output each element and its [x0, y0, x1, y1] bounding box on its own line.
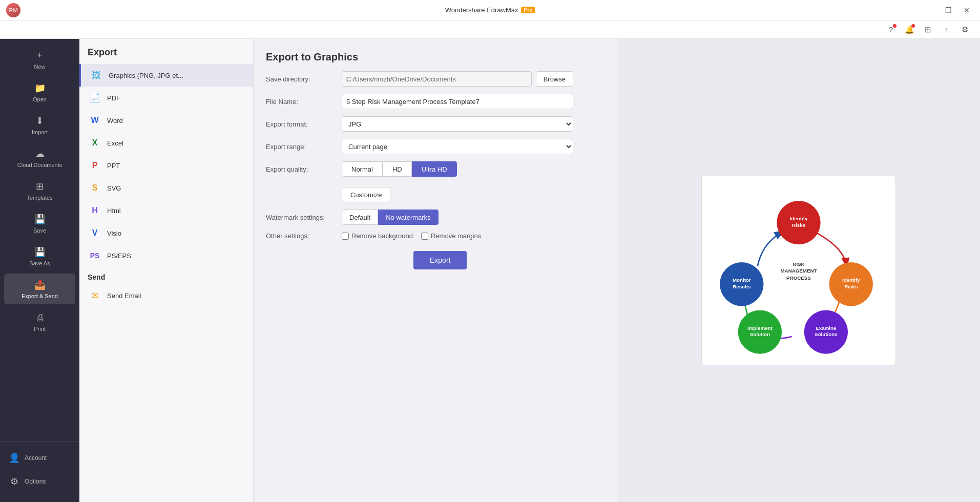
export-label-html: Html	[107, 207, 121, 215]
remove-background-label[interactable]: Remove background	[342, 232, 413, 240]
preview-area: RISK MANAGEMENT PROCESS	[617, 39, 980, 502]
other-settings-label: Other settings:	[266, 232, 338, 240]
browse-button[interactable]: Browse	[536, 71, 573, 87]
export-item-sendemail[interactable]: ✉ Send Email	[79, 284, 253, 307]
file-name-input[interactable]	[342, 94, 573, 109]
remove-margins-checkbox[interactable]	[421, 233, 428, 240]
export-quality-label: Export quality:	[266, 165, 338, 173]
export-item-svg[interactable]: S SVG	[79, 177, 253, 199]
export-item-pseps[interactable]: PS PS/EPS	[79, 244, 253, 267]
watermark-default-button[interactable]: Default	[342, 210, 378, 225]
watermark-row: Watermark settings: Default No watermark…	[266, 210, 573, 225]
excel-icon: X	[88, 136, 102, 150]
apps-icon: ⊞	[925, 25, 931, 34]
pseps-icon: PS	[88, 248, 102, 263]
watermark-group: Default No watermarks	[342, 210, 573, 225]
remove-background-checkbox[interactable]	[342, 233, 349, 240]
minimize-button[interactable]: —	[923, 3, 937, 17]
export-label-sendemail: Send Email	[107, 292, 141, 300]
diagram-title-line3: PROCESS	[786, 275, 811, 281]
save-directory-label: Save directory:	[266, 75, 338, 83]
sidebar-item-open[interactable]: 📁 Open	[4, 77, 75, 108]
close-button[interactable]: ✕	[960, 3, 974, 17]
titlebar-center: Wondershare EdrawMax Pro	[445, 6, 535, 14]
share-button[interactable]: ↑	[939, 23, 953, 37]
notifications-button[interactable]: 🔔	[902, 23, 916, 37]
ppt-icon: P	[88, 158, 102, 173]
export-button[interactable]: Export	[413, 251, 467, 269]
avatar: RM	[6, 3, 20, 17]
email-icon: ✉	[88, 288, 102, 303]
sidebar-item-import[interactable]: ⬇ Import	[4, 110, 75, 140]
sidebar-item-save[interactable]: 💾 Save	[4, 208, 75, 239]
node-identify-right-label2: Risks	[844, 284, 858, 289]
titlebar-left: RM	[6, 3, 20, 17]
export-label-pseps: PS/EPS	[107, 252, 131, 260]
settings-button[interactable]: ⚙	[957, 23, 972, 37]
pro-badge: Pro	[522, 7, 535, 13]
quality-ultrahd-button[interactable]: Ultra HD	[412, 161, 457, 177]
export-item-pdf[interactable]: 📄 PDF	[79, 87, 253, 109]
node-identify-top-label1: Identify	[789, 216, 807, 221]
export-format-select[interactable]: JPG PNG BMP SVG PDF	[342, 116, 573, 132]
sidebar-item-new[interactable]: + New	[4, 44, 75, 75]
export-item-visio[interactable]: V Visio	[79, 222, 253, 244]
sidebar-item-exportandsend[interactable]: 📤 Export & Send	[4, 274, 75, 304]
export-item-graphics[interactable]: 🖼 Graphics (PNG, JPG et...	[79, 64, 253, 87]
export-item-ppt[interactable]: P PPT	[79, 154, 253, 177]
options-icon: ⚙	[8, 475, 20, 488]
checkbox-row: Remove background Remove margins	[342, 232, 573, 240]
export-format-label: Export format:	[266, 120, 338, 128]
remove-margins-text: Remove margins	[431, 232, 481, 240]
word-icon: W	[88, 113, 102, 128]
sidebar-label-templates: Templates	[27, 195, 52, 201]
sidebar-label-options: Options	[25, 478, 46, 485]
sidebar-label-print: Print	[34, 326, 46, 332]
apps-button[interactable]: ⊞	[921, 23, 935, 37]
sidebar-label-account: Account	[25, 454, 47, 462]
maximize-button[interactable]: ❐	[941, 3, 955, 17]
file-name-label: File Name:	[266, 98, 338, 106]
watermark-none-button[interactable]: No watermarks	[378, 210, 438, 225]
sidebar-label-import: Import	[32, 129, 48, 135]
node-implement-label1: Implement	[747, 325, 773, 331]
node-monitor-label2: Results	[733, 284, 751, 289]
export-label-word: Word	[107, 117, 123, 124]
titlebar-controls: — ❐ ✕	[923, 3, 974, 17]
sidebar-item-print[interactable]: 🖨 Print	[4, 306, 75, 337]
graphics-icon: 🖼	[89, 68, 103, 82]
other-settings-row: Other settings: Remove background Remove…	[266, 232, 573, 240]
quality-hd-button[interactable]: HD	[383, 161, 412, 177]
visio-icon: V	[88, 226, 102, 240]
export-item-word[interactable]: W Word	[79, 109, 253, 132]
help-button[interactable]: ?	[884, 23, 898, 37]
node-identify-top-label2: Risks	[791, 222, 805, 228]
help-dot	[893, 24, 896, 28]
sidebar-label-saveas: Save As	[29, 260, 50, 266]
sidebar-item-templates[interactable]: ⊞ Templates	[4, 175, 75, 206]
sidebar-item-cloud[interactable]: ☁ Cloud Documents	[4, 142, 75, 173]
export-range-row: Export range: Current page All pages Sel…	[266, 139, 573, 154]
sidebar-item-options[interactable]: ⚙ Options	[4, 470, 75, 493]
form-title: Export to Graphics	[266, 51, 604, 63]
sidebar-item-saveas[interactable]: 💾 Save As	[4, 241, 75, 271]
export-label-svg: SVG	[107, 184, 121, 192]
watermark-label: Watermark settings:	[266, 214, 338, 221]
titlebar: RM Wondershare EdrawMax Pro — ❐ ✕	[0, 0, 980, 20]
print-icon: 🖨	[34, 311, 46, 324]
export-item-html[interactable]: H Html	[79, 199, 253, 222]
save-directory-input[interactable]	[342, 71, 532, 87]
customize-row: Customize	[266, 184, 573, 202]
export-range-select[interactable]: Current page All pages Selected pages	[342, 139, 573, 154]
sidebar: + New 📁 Open ⬇ Import ☁ Cloud Documents …	[0, 39, 79, 502]
quality-normal-button[interactable]: Normal	[342, 161, 383, 177]
export-label-ppt: PPT	[107, 162, 120, 170]
customize-button[interactable]: Customize	[342, 187, 390, 202]
remove-margins-label[interactable]: Remove margins	[421, 232, 481, 240]
content-area: Export 🖼 Graphics (PNG, JPG et... 📄 PDF …	[79, 39, 980, 502]
node-examine-label1: Examine	[816, 325, 837, 331]
sidebar-item-account[interactable]: 👤 Account	[4, 447, 75, 469]
export-item-excel[interactable]: X Excel	[79, 132, 253, 154]
node-monitor-label1: Monitor	[732, 277, 750, 283]
sidebar-label-open: Open	[33, 96, 47, 102]
